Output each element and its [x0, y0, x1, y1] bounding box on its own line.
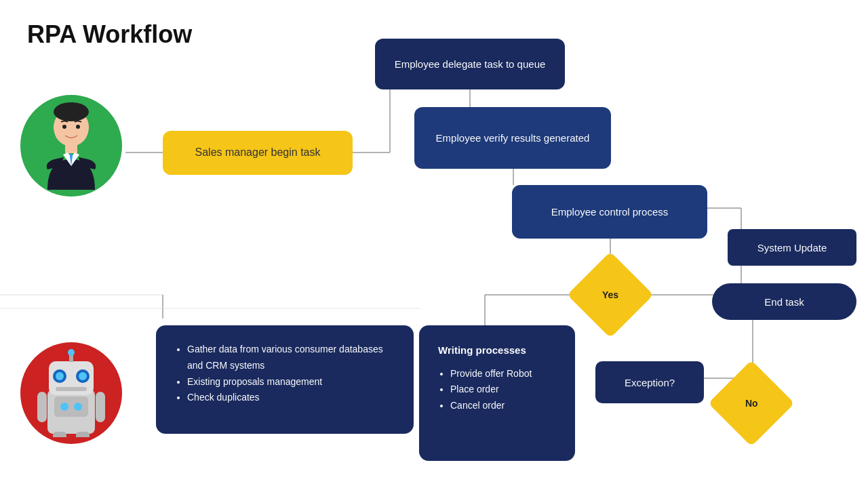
verify-box: Employee verify results generated: [414, 107, 611, 169]
gather-item-3: Check duplicates: [187, 390, 395, 406]
svg-rect-22: [65, 144, 77, 153]
svg-point-28: [68, 349, 75, 356]
yes-label: Yes: [602, 289, 618, 300]
writing-item-1: Provide offer Robot: [450, 366, 556, 382]
system-update-box: System Update: [728, 229, 856, 266]
svg-rect-38: [96, 392, 105, 422]
svg-point-30: [56, 372, 64, 380]
yes-diamond: Yes: [567, 251, 653, 338]
svg-rect-37: [37, 392, 47, 422]
gather-list: Gather data from various consumer databa…: [175, 342, 395, 406]
svg-point-23: [62, 125, 66, 129]
gather-item-2: Existing proposals management: [187, 374, 395, 390]
svg-point-35: [60, 403, 68, 411]
writing-list: Provide offer Robot Place order Cancel o…: [438, 366, 556, 414]
writing-title: Writing processes: [438, 342, 556, 359]
svg-rect-34: [54, 396, 88, 417]
svg-point-21: [54, 102, 89, 121]
svg-rect-39: [53, 432, 66, 437]
delegate-box: Employee delegate task to queue: [375, 39, 565, 89]
gather-item-1: Gather data from various consumer databa…: [187, 342, 395, 374]
exception-box: Exception?: [595, 361, 704, 403]
writing-item-2: Place order: [450, 382, 556, 398]
svg-rect-33: [56, 387, 87, 391]
svg-rect-40: [76, 432, 90, 437]
no-label: No: [745, 398, 758, 409]
page-title: RPA Workflow: [27, 20, 192, 49]
end-task-box: End task: [712, 283, 856, 320]
writing-item-3: Cancel order: [450, 398, 556, 414]
control-box: Employee control process: [512, 185, 707, 239]
svg-point-24: [76, 125, 80, 129]
sales-manager-box: Sales manager begin task: [163, 131, 353, 175]
svg-point-36: [74, 403, 82, 411]
robot-avatar: [20, 342, 122, 444]
no-diamond: No: [708, 360, 794, 446]
gather-box: Gather data from various consumer databa…: [156, 325, 414, 434]
svg-point-32: [79, 372, 87, 380]
writing-box: Writing processes Provide offer Robot Pl…: [419, 325, 575, 461]
manager-avatar: [20, 95, 122, 197]
